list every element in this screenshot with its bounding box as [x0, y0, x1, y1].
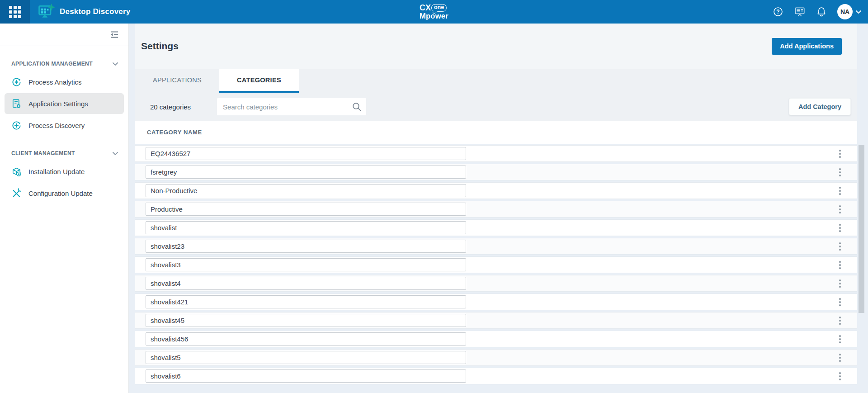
categories-count: 20 categories [150, 103, 191, 111]
section-label: APPLICATION MANAGEMENT [11, 61, 93, 67]
kebab-menu-icon[interactable] [837, 222, 843, 234]
application-settings-icon [11, 99, 22, 109]
table-row [135, 201, 857, 218]
table-row [135, 256, 857, 273]
sidebar-item-label: Process Discovery [28, 122, 85, 129]
main-content: Settings Add Applications APPLICATIONS C… [129, 24, 868, 393]
category-name-input[interactable] [146, 240, 466, 253]
table-row [135, 164, 857, 180]
category-name-input[interactable] [146, 258, 466, 271]
category-name-input[interactable] [146, 221, 466, 234]
table-row [135, 275, 857, 292]
table-row [135, 349, 857, 366]
app-launcher-button[interactable] [0, 0, 30, 24]
page-header: Settings Add Applications [135, 24, 857, 69]
sidebar-item-label: Configuration Update [28, 189, 93, 197]
notifications-bell-icon[interactable] [816, 6, 827, 18]
search-icon[interactable] [352, 102, 362, 114]
kebab-menu-icon[interactable] [837, 315, 843, 327]
sidebar-header [0, 24, 128, 46]
sidebar-item-process-analytics[interactable]: Process Analytics [5, 71, 124, 92]
installation-update-icon [11, 166, 22, 177]
kebab-menu-icon[interactable] [837, 370, 843, 382]
table-header-row: CATEGORY NAME [135, 121, 857, 144]
process-analytics-icon [11, 77, 22, 87]
svg-text:?: ? [776, 9, 779, 15]
add-category-button[interactable]: Add Category [789, 98, 851, 115]
sidebar-collapse-icon[interactable] [109, 31, 119, 38]
avatar[interactable]: NA [837, 4, 853, 19]
category-name-input[interactable] [146, 147, 466, 160]
top-bar: Desktop Discovery CX one Mpower ? [0, 0, 868, 24]
sidebar-item-installation-update[interactable]: Installation Update [5, 161, 124, 182]
kebab-menu-icon[interactable] [837, 333, 843, 345]
desktop-discovery-app-icon [37, 3, 55, 21]
kebab-menu-icon[interactable] [837, 241, 843, 252]
sidebar: APPLICATION MANAGEMENT Process Analytics… [0, 24, 129, 393]
kebab-menu-icon[interactable] [837, 166, 843, 178]
table-row [135, 238, 857, 255]
app-title: Desktop Discovery [60, 7, 130, 16]
sidebar-item-application-settings[interactable]: Application Settings [5, 93, 124, 114]
logo-one-bubble: one [431, 4, 447, 11]
chevron-down-icon [112, 62, 118, 66]
tab-applications[interactable]: APPLICATIONS [135, 69, 219, 93]
sidebar-item-configuration-update[interactable]: Configuration Update [5, 183, 124, 204]
category-name-input[interactable] [146, 314, 466, 327]
table-row [135, 312, 857, 329]
kebab-menu-icon[interactable] [837, 204, 843, 215]
add-applications-button[interactable]: Add Applications [772, 38, 842, 55]
help-icon[interactable]: ? [772, 6, 784, 18]
categories-toolbar: 20 categories Add Category [135, 93, 857, 121]
tab-categories[interactable]: CATEGORIES [219, 69, 299, 93]
kebab-menu-icon[interactable] [837, 148, 843, 160]
sidebar-item-label: Installation Update [28, 168, 85, 175]
kebab-menu-icon[interactable] [837, 278, 843, 289]
table-row [135, 219, 857, 236]
search-wrap [217, 98, 366, 115]
waffle-grid-icon [9, 6, 21, 18]
sidebar-item-label: Application Settings [28, 100, 88, 108]
table-row [135, 331, 857, 347]
kebab-menu-icon[interactable] [837, 352, 843, 364]
table-row [135, 294, 857, 310]
topbar-actions: ? NA [772, 4, 862, 19]
table-row [135, 145, 857, 162]
category-name-input[interactable] [146, 166, 466, 179]
category-name-input[interactable] [146, 351, 466, 364]
user-menu[interactable]: NA [837, 4, 862, 19]
category-list [135, 145, 857, 384]
sidebar-section-client-management[interactable]: CLIENT MANAGEMENT [0, 150, 128, 156]
kebab-menu-icon[interactable] [837, 259, 843, 271]
search-categories-input[interactable] [217, 98, 366, 115]
sidebar-item-process-discovery[interactable]: Process Discovery [5, 115, 124, 136]
vertical-scrollbar-thumb[interactable] [859, 145, 864, 313]
cxone-mpower-logo: CX one Mpower [420, 4, 448, 20]
table-row [135, 368, 857, 384]
kebab-menu-icon[interactable] [837, 185, 843, 197]
section-label: CLIENT MANAGEMENT [11, 150, 75, 156]
presentation-icon[interactable] [794, 6, 806, 18]
category-name-column-header: CATEGORY NAME [147, 129, 202, 136]
category-name-input[interactable] [146, 369, 466, 383]
category-name-input[interactable] [146, 277, 466, 290]
category-name-input[interactable] [146, 332, 466, 346]
configuration-update-icon [11, 188, 22, 199]
category-name-input[interactable] [146, 203, 466, 216]
category-name-input[interactable] [146, 295, 466, 308]
tabs-and-toolbar: APPLICATIONS CATEGORIES 20 categories Ad… [135, 69, 857, 121]
kebab-menu-icon[interactable] [837, 296, 843, 308]
chevron-down-icon [112, 152, 118, 156]
category-name-input[interactable] [146, 184, 466, 197]
sidebar-section-application-management[interactable]: APPLICATION MANAGEMENT [0, 61, 128, 67]
app-identity: Desktop Discovery [37, 3, 130, 21]
logo-cx: CX [420, 4, 431, 12]
table-row [135, 182, 857, 199]
tab-bar: APPLICATIONS CATEGORIES [135, 69, 857, 93]
sidebar-item-label: Process Analytics [28, 78, 82, 86]
process-discovery-icon [11, 120, 22, 131]
page-title: Settings [141, 41, 179, 52]
chevron-down-icon [855, 10, 862, 14]
